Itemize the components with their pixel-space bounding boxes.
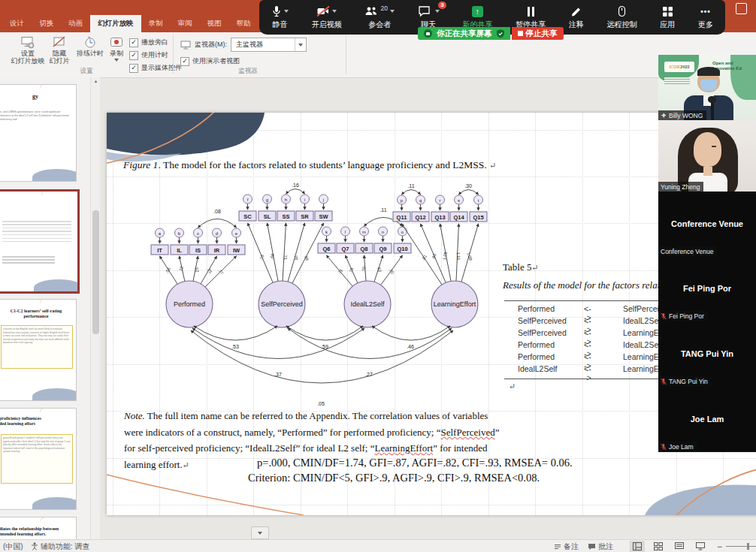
setup-slideshow-button[interactable]: 设置 幻灯片放映 [11, 36, 45, 65]
more-button[interactable]: ••• 更多 [698, 5, 713, 30]
tab-help[interactable]: 帮助 [229, 15, 259, 32]
tab-view[interactable]: 视图 [200, 15, 229, 32]
play-narrations-checkbox[interactable]: ✓播放旁白 [129, 38, 182, 47]
slide-thumbnail-5[interactable]: diates the relationship betweenintended … [0, 517, 77, 539]
tab-review[interactable]: 审阅 [171, 15, 200, 32]
presenter-view-checkbox[interactable]: ✓ 使用演示者视图 [180, 56, 240, 66]
chevron-icon[interactable] [435, 10, 440, 13]
sem-correlation: .37 [274, 372, 282, 377]
new-share-button[interactable]: ↑ 新的共享 [462, 5, 492, 30]
hide-slide-icon [52, 36, 67, 50]
chevron-icon[interactable] [390, 10, 395, 13]
thumbnail-title: gy [32, 94, 62, 99]
mute-button[interactable]: 静音 [271, 5, 289, 30]
monitor-select-value: 主监视器 [231, 40, 295, 50]
record-button[interactable]: 录制 [105, 36, 128, 62]
tab-design[interactable]: 设计 [2, 15, 32, 32]
mute-label: 静音 [273, 20, 288, 30]
thumbnail-title: proficiency influencesded learning effor… [0, 416, 73, 427]
participants-count: 20 [380, 5, 387, 12]
sem-covariance: .08 [213, 209, 221, 214]
monitor-select[interactable]: 主监视器 [231, 38, 307, 52]
participant-name: Fei Ping Por [669, 312, 704, 320]
sem-correlation: .27 [365, 372, 373, 377]
slide-sorter-view-button[interactable] [651, 541, 666, 552]
tab-animations[interactable]: 动画 [61, 15, 90, 32]
chat-button[interactable]: 3 聊天 [418, 5, 440, 30]
language-indicator[interactable]: (中国) [3, 541, 23, 552]
annotate-button[interactable]: 注释 [569, 5, 584, 30]
tab-record[interactable]: 录制 [141, 15, 171, 32]
apps-label: 应用 [660, 20, 675, 30]
video-tile-fei-ping-por[interactable]: Fei Ping Por Fei Ping Por [658, 256, 756, 321]
tab-transitions[interactable]: 切换 [32, 15, 61, 32]
participants-button[interactable]: 20 参会者 [364, 5, 394, 30]
slide-thumbnail-1[interactable]: gy le, and L2MSS-questionnaire: were: tu… [0, 84, 77, 182]
pencil-icon [570, 6, 582, 17]
sem-loading: .81 [421, 254, 428, 261]
sem-loading: .70 [361, 267, 367, 273]
scroll-dropdown-button[interactable] [251, 526, 269, 539]
monitor-icon [180, 41, 191, 50]
sem-error: s [458, 198, 460, 203]
start-video-button[interactable]: 开启视频 [312, 5, 342, 30]
remote-control-button[interactable]: 远程控制 [607, 5, 637, 30]
participant-name: TANG Pui Yin [669, 378, 708, 385]
rehearse-timings-button[interactable]: 排练计时 [75, 36, 105, 57]
slide-thumbnail-4[interactable]: proficiency influencesded learning effor… [0, 408, 77, 510]
slideshow-view-button[interactable] [693, 541, 708, 552]
video-tile-joe-lam[interactable]: Joe Lam Joe Lam [658, 386, 756, 452]
apps-button[interactable]: 应用 [660, 5, 675, 30]
scrollbar-thumb[interactable] [92, 210, 99, 334]
hide-slide-button[interactable]: 隐藏 幻灯片 [45, 36, 74, 65]
participant-label: Joe Lam [658, 442, 697, 451]
sem-correlation: .05 [317, 401, 325, 406]
scroll-up-icon[interactable]: ▲ [91, 79, 100, 83]
mic-muted-icon [661, 312, 667, 320]
sem-indicator: Q6 [322, 246, 330, 252]
pause-icon [526, 6, 535, 17]
ribbon-divider [173, 35, 174, 74]
zoom-slider-handle[interactable] [747, 543, 749, 550]
record-dropdown-arrow[interactable] [114, 59, 119, 62]
zoom-slider[interactable] [726, 546, 756, 547]
tab-slideshow[interactable]: 幻灯片放映 [90, 15, 141, 32]
window-icon[interactable] [736, 3, 747, 14]
slide-thumbnail-3[interactable]: C1-C2 learners’ self-ratingperformance L… [0, 299, 77, 401]
sem-correlation: .46 [407, 344, 414, 349]
sem-indicator: Q7 [341, 246, 349, 252]
video-tile-conference-venue[interactable]: Conference Venue Conference Venue [658, 192, 756, 257]
use-timings-label: 使用计时 [141, 50, 168, 60]
sem-error: h [285, 198, 287, 202]
sidebar-scrollbar[interactable]: ▲ [90, 77, 100, 539]
reading-view-button[interactable] [672, 541, 687, 552]
participant-name: Billy WONG [669, 112, 703, 119]
sem-group-performed: .56 .72 .52 .75 .77 IT IL IS IR IW a b c… [151, 209, 245, 287]
chevron-icon[interactable] [284, 10, 289, 13]
sem-indicator: IL [177, 247, 182, 254]
slide-thumbnail-2-selected[interactable] [0, 189, 80, 294]
video-tile-yuning-zheng[interactable]: Yuning Zheng [658, 120, 756, 192]
monitor-select-arrow[interactable] [295, 38, 306, 51]
thumbnail-title: C1-C2 learners’ self-ratingperformance [0, 309, 73, 319]
participants-icon [364, 5, 378, 17]
stop-share-button[interactable]: 停止共享 [512, 27, 564, 40]
pause-share-button[interactable]: 暂停共享 [516, 5, 546, 30]
microphone-icon [271, 5, 282, 17]
video-tile-tang-pui-yin[interactable]: TANG Pui Yin TANG Pui Yin [658, 321, 756, 387]
table-cell: SelfPerceived [518, 316, 567, 325]
sem-indicator: SR [301, 213, 309, 220]
sem-covariance: .11 [407, 183, 414, 189]
participants-label: 参会者 [368, 20, 391, 30]
slide-thumbnail-pane: gy le, and L2MSS-questionnaire: were: tu… [0, 77, 100, 539]
chevron-icon[interactable] [332, 10, 337, 13]
use-timings-checkbox[interactable]: ✓使用计时 [129, 50, 182, 60]
normal-view-button[interactable] [630, 541, 645, 552]
notes-button[interactable]: 备注 [554, 541, 579, 552]
accessibility-status[interactable]: 辅助功能: 调查 [31, 541, 90, 552]
stop-icon [518, 31, 523, 36]
video-tile-billy-wong[interactable]: ICOIEICOIE20222022 Open andInnovative Ed… [658, 55, 756, 121]
show-media-controls-checkbox[interactable]: ✓显示媒体控件 [129, 63, 182, 73]
zoom-out-button[interactable]: − [717, 541, 722, 552]
comments-button[interactable]: 批注 [588, 541, 613, 552]
